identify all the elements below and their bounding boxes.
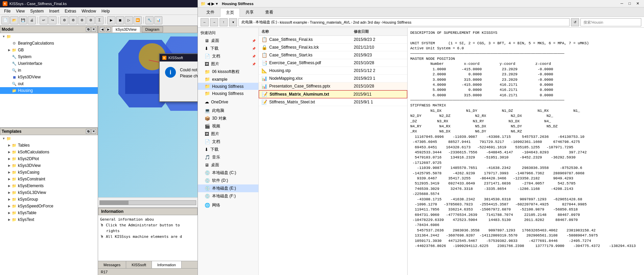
nav-up-btn[interactable]: ↑ [220,18,228,26]
file-item-7[interactable]: 📝 Stiffness_Matrix_Aluminum.txt 2015/9/1… [259,90,407,98]
file-item-3[interactable]: 📑 Exercise_Case_Stiffness.pdf 2015/10/28 [259,59,407,67]
toolbar-btn9[interactable]: ◼ [116,16,124,24]
title-forward-icon[interactable]: ▶ [211,1,214,6]
file-item-0[interactable]: 📋 Case_Stiffness_Final.ks 2015/9/23 2 [259,36,407,44]
tab-information[interactable]: Information [152,261,182,268]
scroll-bar[interactable] [99,200,196,205]
toolbar-btn11[interactable]: ⏩ [134,16,142,24]
sidebar-housing-stiffness2[interactable]: 📁 Housing Stiffness [198,90,258,97]
tab-nav-left[interactable]: ◀ [100,27,105,32]
file-item-2[interactable]: 📋 Case_Stiffness_Start.ks 2015/9/23 [259,51,407,59]
file-item-1[interactable]: 🔒 Case_Stiffness_Final.ks.lck 2021/12/10 [259,44,407,51]
template-ksoftcalc[interactable]: ▶ 📁 kSoftCalculations [0,149,98,155]
win-maximize[interactable]: □ [626,1,633,6]
toolbar-btn5[interactable]: ⚙ [78,16,86,24]
template-ksys3d[interactable]: ▶ 📁 kSys3DView [0,162,98,169]
sidebar-documents[interactable]: 📄 文档 [198,138,258,146]
sidebar-onedrive[interactable]: ☁ OneDrive [198,98,258,105]
sidebar-desktop1[interactable]: 🖥 桌面 📌 [198,37,258,45]
toolbar-open[interactable]: 📂 [10,16,18,24]
template-root[interactable]: ▼ 📁 [0,135,98,142]
ribbon-tab-share[interactable]: 共享 [240,8,259,17]
sidebar-housing-stiffness1[interactable]: 📁 Housing Stiffness [198,83,258,90]
tree-gb[interactable]: ▶ 📁 GB [0,47,98,53]
sidebar-downloads1[interactable]: ⬇ 下载 📌 [198,45,258,52]
tab-kisssoft[interactable]: KISSsoft [126,261,152,268]
sidebar-docs1[interactable]: 📄 文档 📌 [198,52,258,60]
sidebar-downloads[interactable]: ⬇ 下载 [198,146,258,153]
sidebar-music[interactable]: 🎵 音乐 [198,153,258,161]
toolbar-save[interactable]: 💾 [19,16,27,24]
template-ksys2d[interactable]: ▶ 📁 kSys2DPlot [0,155,98,162]
menu-file[interactable]: File [1,8,13,14]
sidebar-network[interactable]: 🌐 网络 [198,201,258,209]
menu-view[interactable]: View [13,8,27,14]
template-ksysgl3d[interactable]: ▶ 📁 kSysGL3DView [0,189,98,196]
address-path-bar[interactable]: 此电脑 › 本地磁盘 (E:) › kisssoft example › Tra… [238,18,570,26]
toolbar-btn6[interactable]: ⚙ [87,16,95,24]
tree-bearing[interactable]: ⚙ BearingCalculations [0,40,98,47]
tab-nav-right[interactable]: ▶ [106,27,111,32]
toolbar-btn4[interactable]: ⚙ [69,16,77,24]
nav-back-btn[interactable]: ← [201,18,209,26]
template-tables[interactable]: ▶ 📁 Tables [0,142,98,149]
tab-messages[interactable]: Messages [98,261,126,268]
toolbar-btn7[interactable]: Σ [95,16,104,24]
search-input[interactable] [580,18,641,26]
toolbar-btn10[interactable]: ▷ [125,16,133,24]
templates-close-btn[interactable]: ✕ [91,129,96,134]
tab-diagram[interactable]: Diagram [142,26,163,32]
file-item-4[interactable]: 📐 Housing.stp 2015/1/12 2 [259,67,407,75]
win-minimize[interactable]: ─ [619,1,625,6]
title-down-icon[interactable]: ▾ [216,1,218,6]
tab-ksys3dview[interactable]: kSys3DView [112,26,140,32]
sidebar-desktop2[interactable]: 🖥 桌面 [198,161,258,169]
sidebar-3dobjects[interactable]: 📦 3D 对象 [198,115,258,122]
tree-system[interactable]: 🔧 System [0,53,98,60]
sidebar-drive-f[interactable]: 💿 本地磁盘 (F:) [198,192,258,200]
tree-ui[interactable]: 🔧 UserInterface [0,60,98,67]
sidebar-this-pc[interactable]: 💻 此电脑 [198,107,258,115]
tree-out[interactable]: 🔍 out [0,80,98,87]
menu-extras[interactable]: Extras [62,8,79,14]
tree-root[interactable]: ▼ 📁 [0,33,98,40]
refresh-btn[interactable]: ↺ [571,18,579,26]
toolbar-undo[interactable]: ↩ [40,16,48,24]
sidebar-pictures[interactable]: 🖼 图片 [198,130,258,138]
template-ksysgroup[interactable]: ▶ 📁 kSysGroup [0,196,98,203]
file-item-6[interactable]: 📊 Presentation_Case_Stiffness.pptx 2015/… [259,82,407,90]
file-item-5[interactable]: 📊 NodeMapping.xlsx 2015/9/23 1 [259,75,407,82]
sidebar-drive-d[interactable]: 💿 软件 (D:) [198,177,258,184]
menu-window[interactable]: Window [79,8,99,14]
menu-insert[interactable]: Insert [46,8,62,14]
sidebar-pics1[interactable]: 🖼 图片 📌 [198,60,258,68]
toolbar-btn8[interactable]: ▶ [107,16,115,24]
sidebar-drive-c[interactable]: 💿 本地磁盘 (C:) [198,169,258,177]
templates-float-btn[interactable]: ⧉ [86,129,91,134]
model-float-btn[interactable]: ⧉ [86,27,91,32]
sidebar-drive-e[interactable]: 💿 本地磁盘 (E:) [198,184,258,192]
template-ksyscasing[interactable]: ▶ 📁 kSysCasing [0,169,98,176]
ribbon-tab-view[interactable]: 查看 [259,8,279,17]
toolbar-redo[interactable]: ↪ [48,16,56,24]
model-close-btn[interactable]: ✕ [91,27,96,32]
sidebar-kisssoft-tutorial[interactable]: 📁 06 kisssoft教程 [198,68,258,76]
win-close[interactable]: ✕ [634,1,641,6]
col-date[interactable]: 修改日期 [354,29,405,34]
ribbon-tab-file[interactable]: 文件 [201,8,220,17]
ribbon-tab-home[interactable]: 主页 [220,8,240,17]
tree-housing[interactable]: 📁 Housing [0,87,98,94]
toolbar-btn12[interactable]: 🔧 [145,16,154,24]
template-ksystext[interactable]: ▶ 📁 kSysText [0,216,98,223]
sidebar-example[interactable]: 📁 example [198,76,258,83]
tree-in[interactable]: 🔍 in [0,67,98,74]
template-ksysspeed[interactable]: ▶ 📁 kSysSpeedOrForce [0,203,98,209]
template-ksysconstraint[interactable]: ▶ 📁 kSysConstraint [0,176,98,182]
toolbar-btn13[interactable]: 📊 [154,16,162,24]
title-back-icon[interactable]: ◀ [207,1,210,6]
toolbar-print[interactable]: 🖨 [28,16,36,24]
recent-locations-btn[interactable]: ▾ [229,18,237,26]
nav-forward-btn[interactable]: → [210,18,218,26]
tree-ksys3d[interactable]: ◼ kSys3DView [0,74,98,80]
toolbar-btn3[interactable]: ⚙ [60,16,68,24]
